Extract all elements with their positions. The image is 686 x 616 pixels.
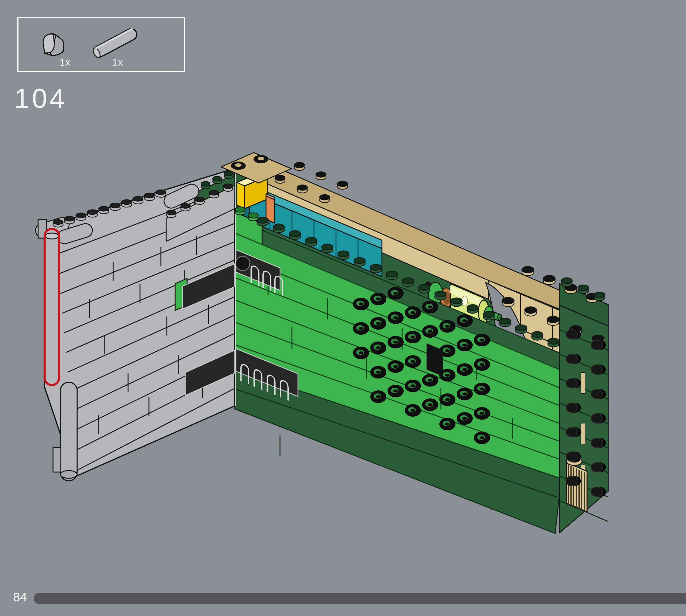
technic-hole-center (445, 398, 450, 401)
stud-top (235, 207, 245, 212)
technic-hole-center (445, 325, 450, 328)
stud-top (370, 264, 382, 270)
technic-hole-center (445, 349, 450, 352)
stud-top (273, 224, 284, 230)
highlighted-red-bar (45, 229, 59, 385)
stud-top (451, 298, 462, 304)
technic-hole-center (462, 393, 467, 395)
side-stud (591, 414, 603, 423)
stud-top (223, 184, 233, 189)
technic-hole-center (410, 384, 415, 388)
stud-top (297, 185, 307, 191)
stud-top (275, 175, 285, 181)
technic-hole-center (410, 409, 415, 412)
side-stud (591, 463, 603, 472)
stud-top (543, 276, 555, 282)
stud-top (144, 193, 155, 198)
stud-top (548, 338, 559, 344)
technic-hole-center (462, 368, 467, 371)
stud-top (181, 203, 190, 208)
gray-bracket-bottom (53, 448, 61, 472)
round-bar-piece (45, 229, 59, 385)
stud-top (338, 251, 349, 257)
model-render (0, 0, 686, 616)
stud-top (248, 213, 258, 218)
technic-hole-center (480, 436, 484, 439)
technic-hole-center (393, 390, 398, 393)
side-stud (566, 403, 578, 413)
technic-hole-center (462, 319, 467, 322)
technic-hole-center (410, 335, 415, 338)
stud-top (289, 231, 301, 237)
side-stud (566, 330, 578, 339)
stud-top (166, 210, 176, 215)
technic-hole-center (480, 363, 484, 366)
bar-bottom-cap (61, 470, 77, 478)
technic-hole-center (462, 417, 467, 420)
technic-hole-center (376, 371, 381, 374)
stud-top (483, 311, 495, 317)
technic-hole-center (480, 412, 484, 415)
technic-hole-center (428, 330, 433, 333)
technic-hole-center (480, 388, 484, 390)
stud-top (532, 331, 543, 337)
stud-top (195, 197, 205, 202)
stud-top (594, 292, 605, 298)
stud-top (64, 216, 74, 221)
technic-hole-center (376, 395, 381, 398)
stud-top (98, 206, 109, 211)
stud-top (305, 238, 317, 243)
stud-top (133, 196, 143, 201)
technic-hole-center (359, 351, 363, 354)
technic-hole-center (480, 338, 484, 342)
stud-top (502, 298, 514, 304)
side-stud (591, 438, 603, 448)
stud-top (209, 191, 219, 195)
side-stud (591, 389, 603, 399)
stud-top (322, 244, 333, 250)
technic-hole-center (410, 311, 415, 314)
tan-sliver (581, 373, 585, 393)
stud-top (522, 266, 534, 273)
stud-top (316, 172, 326, 177)
stud-top (354, 258, 365, 263)
technic-hole-center (376, 298, 381, 301)
technic-hole-center (376, 322, 381, 325)
stud-top (562, 278, 572, 284)
technic-hole-center (445, 374, 450, 377)
stud-top (257, 217, 268, 223)
stud-top (320, 195, 330, 200)
stud-top (516, 325, 527, 331)
technic-hole-center (428, 306, 433, 308)
side-stud (566, 354, 578, 364)
stud-top (201, 181, 210, 186)
stud-top (87, 210, 97, 215)
stud-top (578, 285, 589, 291)
technic-hole-center (393, 316, 398, 319)
instruction-page: 1x 1x 104 (0, 0, 686, 616)
side-stud (591, 487, 603, 497)
technic-hole-center (445, 423, 450, 425)
stud-top (338, 181, 348, 186)
technic-hole-center (428, 379, 433, 382)
progress-bar (34, 593, 686, 604)
side-stud (566, 452, 578, 461)
technic-hole-center (393, 365, 398, 368)
stud-top (213, 176, 222, 181)
technic-hole-center (462, 344, 467, 347)
stud-top (294, 162, 304, 168)
technic-hole-center (359, 327, 363, 330)
stud-top (499, 318, 510, 324)
technic-hole-center (359, 303, 363, 306)
side-stud (591, 365, 603, 374)
stud-top (156, 190, 166, 195)
stud-top (467, 305, 478, 310)
stud-top (110, 203, 120, 208)
technic-hole-center (428, 403, 433, 406)
stud-top (525, 307, 537, 313)
stud-top (76, 213, 86, 218)
stud-top (121, 200, 132, 204)
side-stud (566, 378, 578, 388)
gray-bar-lower (61, 382, 77, 481)
technic-hole-center (410, 360, 415, 363)
